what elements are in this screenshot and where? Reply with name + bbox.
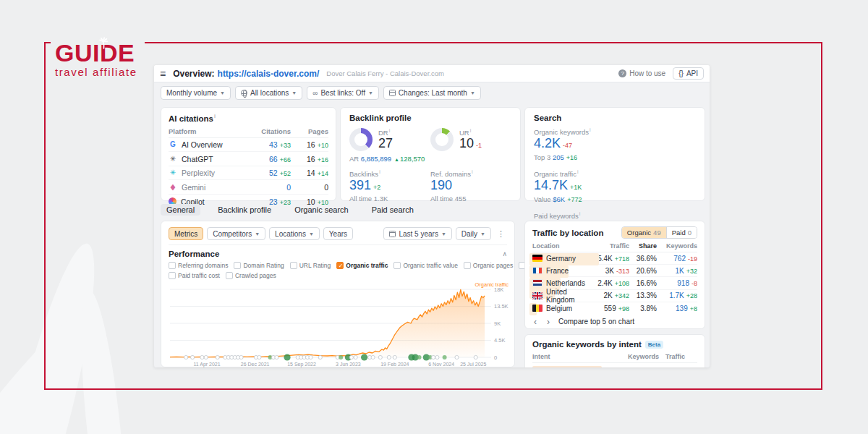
update-marker-gray (184, 355, 188, 359)
metrics-button[interactable]: Metrics (169, 227, 203, 240)
update-marker-gray (216, 355, 219, 359)
locations-dropdown[interactable]: All locations▼ (235, 86, 302, 100)
y-tick-label: 13.5K (494, 303, 509, 310)
changes-dropdown[interactable]: Changes: Last month▼ (383, 86, 481, 100)
locations-dropdown[interactable]: Locations▼ (269, 227, 320, 240)
checkbox-domain-rating[interactable]: Domain Rating (234, 262, 284, 269)
table-row[interactable]: France 3K-313 20.6% 1K+32 (532, 265, 697, 277)
y-tick-label: 0 (494, 354, 497, 361)
x-tick-label: 11 Apr 2021 (193, 362, 220, 367)
chevron-down-icon: ▼ (292, 90, 297, 95)
info-icon (389, 128, 391, 133)
search-card: Search Organic keywords 4.2K-47 Top 3 20… (524, 107, 705, 201)
monthly-volume-dropdown[interactable]: Monthly volume▼ (161, 86, 231, 100)
kebab-menu-icon[interactable]: ⋮ (495, 229, 507, 239)
update-marker-gray (309, 355, 312, 359)
next-page-icon[interactable]: › (545, 318, 551, 326)
backlinks-value[interactable]: 391 (349, 178, 371, 192)
organic-keywords-widget: Organic keywords 4.2K-47 Top 3 205+16 (534, 127, 616, 161)
gemini-icon: ◆ (169, 183, 177, 191)
y-tick-label: 4.5K (494, 337, 505, 344)
domain-rating-widget: DR 27 (349, 128, 430, 151)
organic-toggle[interactable]: Organic49 (622, 227, 666, 238)
performance-card: Metrics Competitors▼ Locations▼ Years La… (161, 221, 515, 367)
update-marker-gray (354, 355, 357, 359)
url-rating-widget: UR 10-1 (430, 128, 511, 151)
help-icon: ? (618, 69, 626, 77)
table-row[interactable]: ◆Gemini 0 0 (169, 180, 328, 195)
ur-value: 10 (459, 136, 474, 150)
chevron-down-icon: ▼ (480, 231, 485, 237)
globe-icon (241, 90, 247, 96)
info-icon (214, 114, 216, 119)
domain-link[interactable]: https://calais-dover.com/ (218, 69, 320, 79)
paid-toggle[interactable]: Paid0 (666, 227, 697, 238)
organic-traffic-value[interactable]: 14.7K (534, 178, 568, 192)
dashboard-header: ≡ Overview: https://calais-dover.com/ Do… (154, 65, 710, 82)
organic-keywords-value[interactable]: 4.2K (534, 136, 561, 150)
series-label: Organic traffic (475, 281, 509, 288)
ai-citations-card: AI citations Platform Citations Pages GA… (161, 107, 336, 201)
intent-share-bar (532, 366, 602, 367)
update-marker-gray (371, 355, 375, 359)
prev-page-icon[interactable]: ‹ (532, 318, 538, 326)
intent-title: Organic keywords by intentBeta (532, 340, 663, 349)
tab-organic-search[interactable]: Organic search (289, 204, 354, 216)
info-icon (577, 169, 579, 174)
table-row[interactable]: Germany 5.4K+718 36.6% 762-19 (532, 252, 697, 265)
table-row[interactable]: Belgium 559+98 3.8% 139+8 (532, 302, 697, 315)
competitors-dropdown[interactable]: Competitors▼ (207, 227, 265, 240)
ai-citations-title: AI citations (169, 114, 216, 123)
tab-general[interactable]: General (161, 204, 200, 216)
page: { "brand": { "name": "GUIDE", "tagline":… (0, 0, 868, 434)
checkbox-organic-traffic[interactable]: Organic traffic (336, 262, 388, 269)
brand-tagline: travel affiliate (55, 66, 137, 78)
page-subtitle: Dover Calais Ferry - Calais-Dover.com (326, 69, 444, 77)
performance-chart[interactable]: 04.5K9K13.5K18KOrganic traffic11 Apr 202… (169, 281, 507, 367)
x-tick-label: 6 Nov 2024 (428, 362, 454, 367)
traffic-by-location-card: Traffic by location Organic49 Paid0 Loca… (524, 221, 705, 329)
x-tick-label: 19 Feb 2024 (380, 362, 409, 367)
checkbox-referring-domains[interactable]: Referring domains (169, 262, 228, 269)
date-range-dropdown[interactable]: Last 5 years▼ (383, 227, 451, 240)
authority-rank: AR 6,885,899128,570 (349, 155, 511, 163)
calendar-icon (389, 90, 396, 96)
chevron-down-icon: ▼ (470, 90, 475, 95)
checkbox-icon (393, 262, 401, 269)
table-row[interactable]: ✳Perplexity 52+52 14+14 (169, 166, 328, 181)
api-button[interactable]: {} API (673, 67, 704, 80)
checkbox-organic-pages[interactable]: Organic pages (464, 262, 513, 269)
menu-icon[interactable]: ≡ (160, 68, 166, 80)
info-icon (579, 211, 581, 216)
chevron-down-icon: ▼ (255, 231, 260, 237)
ref-domains-value[interactable]: 190 (430, 178, 452, 192)
code-brackets-icon: {} (678, 69, 684, 77)
intent-table-header: Intent Keywords Traffic (532, 353, 697, 363)
checkbox-crawled-pages[interactable]: Crawled pages (226, 272, 276, 279)
compare-top5-link[interactable]: Compare top 5 on chart (558, 318, 634, 326)
table-row[interactable]: GAI Overview 43+33 16+10 (169, 138, 328, 153)
keywords-by-intent-card: Organic keywords by intentBeta Intent Ke… (524, 334, 705, 367)
table-row[interactable]: ✳ChatGPT 66+66 16+16 (169, 152, 328, 166)
collapse-icon[interactable]: ∧ (502, 250, 507, 258)
checkbox-organic-traffic-value[interactable]: Organic traffic value (393, 262, 457, 269)
checkbox-paid-traffic-cost[interactable]: Paid traffic cost (169, 272, 220, 279)
years-button[interactable]: Years (323, 227, 353, 240)
flag-uk-icon (532, 292, 542, 299)
organic-paid-toggle: Organic49 Paid0 (621, 226, 697, 239)
update-marker-green-large (361, 354, 367, 360)
x-tick-label: 15 Sep 2022 (287, 362, 316, 367)
ref-domains-widget: Ref. domains 190 All time 455 (430, 169, 511, 203)
checkbox-url-rating[interactable]: URL Rating (290, 262, 331, 269)
table-row[interactable]: United Kingdom 2K+342 13.3% 1.7K+28 (532, 290, 697, 302)
update-marker-gray (239, 355, 243, 359)
best-links-dropdown[interactable]: ∞ Best links: Off▼ (307, 86, 379, 100)
section-tabs: General Backlink profile Organic search … (161, 204, 420, 216)
how-to-use-link[interactable]: ? How to use (618, 69, 665, 77)
tab-paid-search[interactable]: Paid search (366, 204, 420, 216)
update-marker-gray (190, 355, 194, 359)
update-marker-green (339, 355, 343, 359)
granularity-dropdown[interactable]: Daily▼ (456, 227, 491, 240)
checkbox-icon (290, 262, 297, 269)
tab-backlink-profile[interactable]: Backlink profile (212, 204, 277, 216)
